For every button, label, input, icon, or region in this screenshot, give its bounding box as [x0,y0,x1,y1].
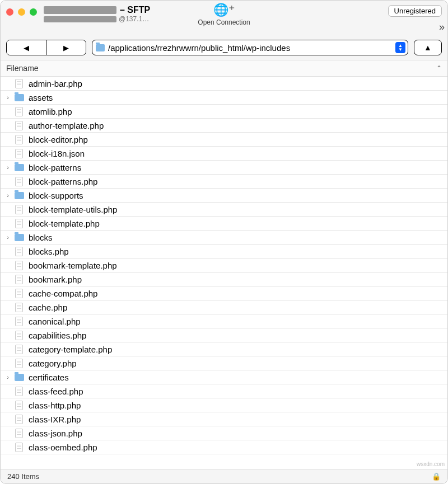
list-item[interactable]: class-http.php [1,398,447,412]
file-name: bookmark.php [29,275,82,284]
folder-icon [15,192,24,199]
file-name: class-IXR.php [29,415,81,424]
window-subtitle-suffix: @137.1… [119,15,149,23]
file-name: bookmark-template.php [29,261,117,270]
disclosure-triangle[interactable]: › [3,234,13,241]
titlebar: – SFTP @137.1… 🌐⁺ Open Connection Unregi… [1,1,447,35]
column-header[interactable]: Filename ⌃ [1,60,447,77]
list-item[interactable]: category-template.php [1,342,447,356]
file-name: canonical.php [29,317,81,326]
list-item[interactable]: block-patterns.php [1,175,447,189]
disclosure-triangle[interactable]: › [3,374,13,380]
column-filename-label: Filename [6,64,39,73]
file-name: admin-bar.php [29,79,82,88]
folder-icon [15,164,24,171]
close-window-button[interactable] [6,8,13,16]
file-icon [15,443,23,452]
list-item[interactable]: blocks.php [1,245,447,259]
file-name: class-json.php [29,429,82,438]
file-icon [15,359,23,368]
file-icon [15,135,23,144]
lock-icon: 🔒 [432,472,441,481]
file-icon [15,401,23,410]
path-dropdown-toggle[interactable]: ▲▼ [395,42,405,53]
file-name: block-i18n.json [29,149,85,158]
file-name: block-supports [29,191,83,200]
triangle-left-icon: ◀ [24,44,29,52]
list-item[interactable]: block-i18n.json [1,147,447,161]
list-item[interactable]: ›block-patterns [1,161,447,175]
list-item[interactable]: bookmark.php [1,272,447,286]
file-name: block-template.php [29,219,100,228]
back-button[interactable]: ◀ [7,40,46,55]
list-item[interactable]: author-template.php [1,119,447,133]
triangle-right-icon: ▶ [63,44,69,52]
file-name: cache-compat.php [29,289,97,298]
list-item[interactable]: block-template.php [1,217,447,231]
redacted-host [44,6,116,14]
unregistered-badge[interactable]: Unregistered [388,5,442,17]
list-item[interactable]: class-feed.php [1,384,447,398]
list-item[interactable]: block-template-utils.php [1,203,447,217]
list-item[interactable]: canonical.php [1,314,447,328]
file-icon [15,345,23,354]
disclosure-triangle[interactable]: › [3,192,13,199]
list-item[interactable]: class-json.php [1,426,447,440]
globe-plus-icon: 🌐⁺ [198,3,250,17]
title-block: – SFTP @137.1… [44,5,150,23]
file-icon [15,107,23,116]
list-item[interactable]: admin-bar.php [1,77,447,91]
file-name: block-patterns.php [29,177,97,186]
sort-ascending-icon: ⌃ [436,64,442,72]
file-icon [15,247,23,256]
go-up-button[interactable]: ▲ [414,40,442,55]
file-list[interactable]: admin-bar.php›assetsatomlib.phpauthor-te… [1,77,447,469]
file-icon [15,121,23,130]
file-icon [15,317,23,326]
file-name: capabilities.php [29,331,86,340]
file-name: author-template.php [29,121,104,130]
list-item[interactable]: block-editor.php [1,133,447,147]
file-name: blocks.php [29,247,69,256]
file-icon [15,289,23,298]
navigation-toolbar: ◀ ▶ ▲▼ ▲ [1,35,447,60]
file-name: certificates [29,373,69,382]
list-item[interactable]: cache-compat.php [1,286,447,300]
item-count: 240 Items [7,472,39,481]
window-controls [6,8,37,16]
path-combo[interactable]: ▲▼ [92,40,408,55]
file-name: category-template.php [29,345,112,354]
file-icon [15,261,23,270]
folder-icon [15,94,24,101]
list-item[interactable]: class-IXR.php [1,412,447,426]
triangle-up-icon: ▲ [424,43,432,52]
list-item[interactable]: category.php [1,356,447,370]
path-input[interactable] [108,43,392,53]
list-item[interactable]: ›block-supports [1,189,447,203]
list-item[interactable]: class-oembed.php [1,440,447,454]
list-item[interactable]: ›assets [1,91,447,105]
disclosure-triangle[interactable]: › [3,94,13,101]
list-item[interactable]: capabilities.php [1,328,447,342]
minimize-window-button[interactable] [18,8,25,16]
list-item[interactable]: ›certificates [1,370,447,384]
file-name: assets [29,93,53,102]
list-item[interactable]: cache.php [1,300,447,314]
file-name: class-http.php [29,401,81,410]
file-name: atomlib.php [29,107,72,116]
file-icon [15,219,23,228]
file-icon [15,387,23,396]
overflow-toolbar-button[interactable]: » [439,21,442,33]
forward-button[interactable]: ▶ [46,40,86,55]
file-icon [15,331,23,340]
file-icon [15,205,23,214]
file-icon [15,177,23,186]
zoom-window-button[interactable] [30,8,37,16]
disclosure-triangle[interactable]: › [3,164,13,171]
list-item[interactable]: atomlib.php [1,105,447,119]
file-icon [15,149,23,158]
list-item[interactable]: bookmark-template.php [1,259,447,272]
open-connection-button[interactable]: 🌐⁺ Open Connection [198,3,250,26]
file-name: block-patterns [29,163,81,172]
list-item[interactable]: ›blocks [1,231,447,245]
